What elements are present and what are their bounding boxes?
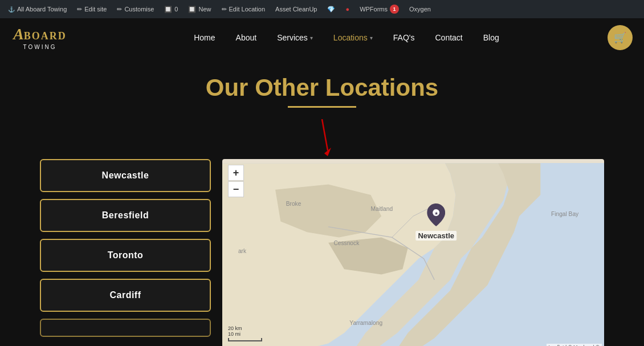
marker-pin-icon: ★ (427, 203, 445, 226)
nav-faqs[interactable]: FAQ's (383, 18, 425, 57)
comment-icon: 🔲 (164, 6, 172, 13)
zoom-out-button[interactable]: − (228, 181, 244, 197)
svg-text:ark: ark (238, 248, 247, 254)
nav-contact[interactable]: Contact (425, 18, 472, 57)
logo-text: ABOARD (13, 25, 67, 44)
customise-icon: ✏ (117, 6, 122, 13)
location-toronto[interactable]: Toronto (40, 239, 211, 272)
admin-diamond[interactable]: 💎 (323, 0, 340, 18)
map-marker: ★ Newcastle (415, 203, 456, 241)
map-background: Broke Maitland Cessnock ark Fingal Bay Y… (222, 159, 604, 346)
admin-edit-site[interactable]: ✏ Edit site (72, 0, 111, 18)
svg-text:Fingal Bay: Fingal Bay (551, 211, 579, 217)
admin-bar: ⚓ All Aboard Towing ✏ Edit site ✏ Custom… (0, 0, 644, 18)
svg-text:Maitland: Maitland (371, 206, 393, 212)
logo-subtext: TOWING (13, 44, 67, 51)
admin-wpforms[interactable]: WPForms 1 (355, 0, 403, 18)
zoom-in-button[interactable]: + (228, 165, 244, 181)
location-partial[interactable] (40, 319, 211, 337)
admin-asset-cleanup[interactable]: Asset CleanUp (271, 0, 321, 18)
new-icon: 🔲 (188, 6, 196, 13)
svg-text:Broke: Broke (286, 201, 301, 207)
location-newcastle[interactable]: Newcastle (40, 159, 211, 192)
nav-bar: ABOARD TOWING Home About Services ▾ Loca… (0, 18, 644, 57)
logo[interactable]: ABOARD TOWING (11, 23, 68, 52)
main-content: Our Other Locations Newcastle Beresfield… (0, 57, 644, 346)
locations-panel: Newcastle Beresfield Toronto Cardiff ∧ ∨ (40, 159, 211, 346)
nav-locations[interactable]: Locations ▾ (323, 18, 383, 57)
map-scale: 20 km 10 mi (228, 325, 262, 341)
nav-about[interactable]: About (226, 18, 267, 57)
edit-icon: ✏ (222, 6, 227, 13)
location-beresfield[interactable]: Beresfield (40, 199, 211, 232)
nav-home[interactable]: Home (184, 18, 225, 57)
red-dot-icon: ● (345, 6, 349, 13)
map-zoom-controls: + − (228, 165, 244, 197)
svg-text:Cessnock: Cessnock (333, 240, 360, 246)
locations-chevron-icon: ▾ (370, 35, 373, 41)
location-cardiff[interactable]: Cardiff (40, 279, 211, 312)
svg-line-0 (322, 119, 328, 150)
admin-new[interactable]: 🔲 New (184, 0, 215, 18)
pencil-icon: ✏ (77, 6, 82, 13)
diamond-icon: 💎 (327, 6, 335, 13)
anchor-icon: ⚓ (8, 6, 15, 13)
svg-text:★: ★ (434, 211, 438, 216)
admin-customise[interactable]: ✏ Customise (112, 0, 158, 18)
content-row: Newcastle Beresfield Toronto Cardiff ∧ ∨ (40, 159, 604, 346)
nav-services[interactable]: Services ▾ (267, 18, 323, 57)
red-arrow-icon (311, 119, 333, 159)
cart-bag-icon: 🛒 (614, 31, 626, 44)
admin-edit-location[interactable]: ✏ Edit Location (217, 0, 270, 18)
admin-oxygen[interactable]: Oxygen (405, 0, 435, 18)
locations-list: Newcastle Beresfield Toronto Cardiff (40, 159, 211, 337)
section-title: Our Other Locations (40, 74, 604, 108)
title-underline (288, 106, 356, 108)
map-attribution: Leaflet | © Mapbox | © (547, 344, 602, 346)
admin-comments[interactable]: 🔲 0 (160, 0, 182, 18)
section-heading: Our Other Locations (40, 74, 604, 101)
services-chevron-icon: ▾ (310, 35, 313, 41)
cart-icon[interactable]: 🛒 (608, 25, 633, 50)
wpforms-badge: 1 (390, 5, 399, 14)
map-container: Broke Maitland Cessnock ark Fingal Bay Y… (222, 159, 604, 346)
main-nav: Home About Services ▾ Locations ▾ FAQ's … (85, 18, 608, 57)
admin-red-circle[interactable]: ● (341, 0, 354, 18)
map-marker-label: Newcastle (415, 231, 456, 241)
nav-blog[interactable]: Blog (473, 18, 510, 57)
svg-rect-3 (540, 163, 604, 346)
svg-text:Yarramalong: Yarramalong (349, 320, 382, 326)
red-arrow-container (40, 119, 604, 153)
admin-aboard-towing[interactable]: ⚓ All Aboard Towing (3, 0, 71, 18)
